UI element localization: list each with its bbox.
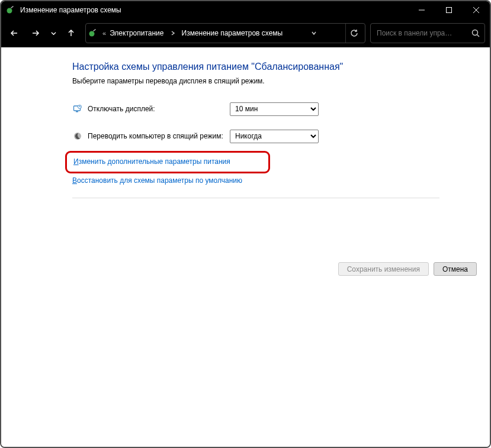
window-chrome: Изменение параметров схемы « Электропита… [1, 1, 490, 47]
display-off-label: Отключать дисплей: [88, 105, 230, 113]
breadcrumb-item-power[interactable]: Электропитание [110, 29, 163, 37]
breadcrumb-item-scheme[interactable]: Изменение параметров схемы [182, 29, 283, 37]
display-off-select[interactable]: 10 мин [230, 102, 319, 116]
svg-point-9 [473, 30, 478, 36]
footer-buttons: Сохранить изменения Отмена [338, 262, 477, 276]
chevron-down-icon[interactable] [309, 31, 319, 36]
svg-rect-2 [447, 8, 452, 13]
advanced-link-wrap: Изменить дополнительные параметры питани… [72, 155, 232, 168]
svg-rect-12 [76, 111, 78, 112]
nav-up-button[interactable] [62, 24, 81, 43]
chevron-right-icon[interactable] [168, 31, 178, 36]
nav-forward-button[interactable] [26, 24, 45, 43]
advanced-settings-link[interactable]: Изменить дополнительные параметры питани… [72, 155, 232, 168]
maximize-button[interactable] [435, 1, 463, 19]
row-display-off: Отключать дисплей: 10 мин [72, 101, 466, 117]
monitor-icon [72, 104, 83, 114]
save-button: Сохранить изменения [338, 262, 429, 276]
page-heading: Настройка схемы управления питанием "Сба… [72, 62, 466, 72]
window-title: Изменение параметров схемы [20, 1, 408, 19]
search-input[interactable] [376, 28, 468, 38]
nav-bar: « Электропитание Изменение параметров сх… [1, 19, 490, 47]
svg-point-0 [7, 8, 12, 14]
search-icon [471, 29, 480, 37]
window-controls [408, 1, 490, 19]
minimize-button[interactable] [408, 1, 435, 19]
system-icon [6, 5, 15, 15]
sleep-label: Переводить компьютер в спящий режим: [88, 132, 230, 140]
svg-point-8 [89, 31, 95, 37]
address-icon [88, 28, 98, 38]
cancel-button[interactable]: Отмена [434, 262, 477, 276]
window: Изменение параметров схемы « Электропита… [0, 0, 491, 448]
row-sleep: Переводить компьютер в спящий режим: Ник… [72, 128, 466, 144]
close-button[interactable] [463, 1, 490, 19]
search-box[interactable] [370, 23, 485, 43]
address-bar[interactable]: « Электропитание Изменение параметров сх… [85, 23, 365, 43]
restore-defaults-link[interactable]: Восстановить для схемы параметры по умол… [72, 176, 242, 185]
nav-recent-button[interactable] [47, 24, 59, 43]
separator [72, 198, 439, 198]
moon-icon [72, 131, 83, 141]
breadcrumb-prefix: « [101, 30, 106, 37]
page-subtext: Выберите параметры перевода дисплея в сп… [72, 77, 466, 85]
title-bar: Изменение параметров схемы [1, 1, 490, 19]
nav-back-button[interactable] [5, 24, 24, 43]
links-block: Изменить дополнительные параметры питани… [72, 155, 466, 185]
sleep-select[interactable]: Никогда [230, 130, 319, 143]
svg-line-10 [477, 35, 480, 37]
content-area: Настройка схемы управления питанием "Сба… [1, 47, 490, 447]
refresh-button[interactable] [345, 24, 362, 43]
